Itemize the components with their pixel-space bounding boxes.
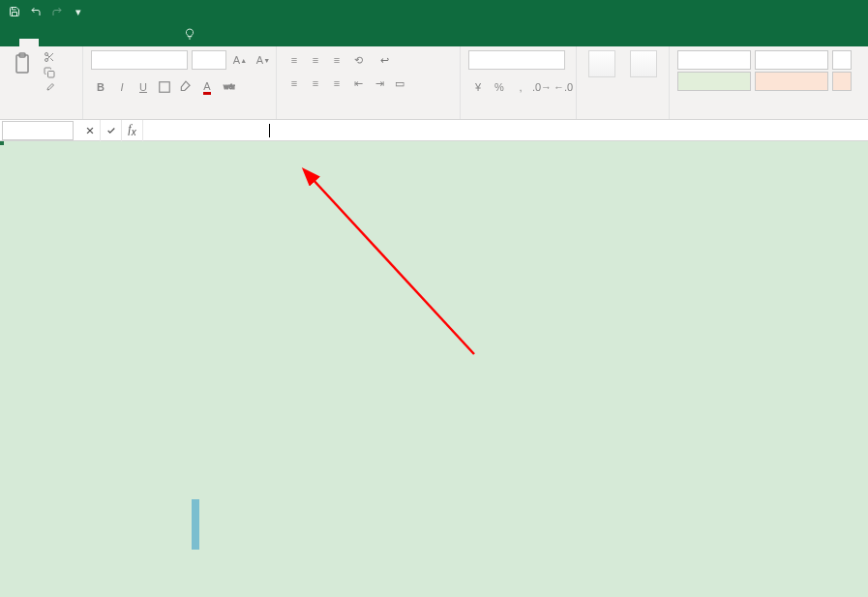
scissors-icon	[43, 50, 56, 64]
decrease-decimal-icon[interactable]: ←.0	[554, 77, 573, 97]
worksheet-grid[interactable]	[0, 141, 868, 597]
tab-insert[interactable]	[39, 39, 58, 46]
style-calc[interactable]	[755, 72, 828, 91]
svg-line-12	[312, 178, 474, 354]
tab-file[interactable]	[0, 39, 19, 46]
style-neutral[interactable]	[677, 72, 751, 91]
title-bar: ▾	[0, 0, 868, 23]
cond-format-icon	[588, 50, 615, 77]
style-bad[interactable]	[755, 50, 828, 70]
phonetic-button[interactable]: wén	[219, 77, 238, 97]
save-icon[interactable]	[6, 3, 23, 20]
tab-data[interactable]	[97, 39, 116, 46]
enter-formula-button[interactable]	[101, 120, 122, 141]
group-number-label	[468, 115, 568, 117]
svg-line-6	[47, 55, 49, 57]
align-right-icon[interactable]: ≡	[327, 74, 346, 93]
style-good[interactable]	[832, 50, 852, 70]
comma-icon[interactable]: ,	[511, 77, 530, 97]
style-normal[interactable]	[677, 50, 751, 70]
increase-decimal-icon[interactable]: .0→	[532, 77, 552, 97]
svg-rect-8	[160, 82, 170, 93]
brush-icon	[43, 81, 56, 95]
lightbulb-icon	[184, 28, 195, 43]
conditional-formatting-button[interactable]	[584, 50, 620, 79]
decrease-font-icon[interactable]: A▼	[254, 50, 273, 70]
tab-view[interactable]	[135, 39, 155, 46]
group-font-label	[91, 115, 268, 117]
tab-formulas[interactable]	[77, 39, 97, 46]
quick-access-toolbar: ▾	[0, 3, 87, 20]
underline-button[interactable]: U	[134, 77, 153, 97]
copy-button[interactable]	[43, 66, 59, 79]
group-alignment: ≡ ≡ ≡ ⟲ ↩ ≡ ≡ ≡ ⇤ ⇥ ▭	[277, 46, 461, 119]
indent-inc-icon[interactable]: ⇥	[370, 74, 389, 93]
undo-icon[interactable]	[27, 3, 45, 20]
active-cell-outline	[0, 141, 4, 145]
tell-me[interactable]	[174, 24, 209, 46]
number-format-select[interactable]	[468, 50, 565, 70]
redo-icon[interactable]	[48, 3, 66, 20]
svg-point-3	[45, 59, 48, 62]
indent-dec-icon[interactable]: ⇤	[348, 74, 368, 93]
fx-button[interactable]: fx	[122, 120, 143, 141]
bold-button[interactable]: B	[91, 77, 110, 97]
group-font: A▲ A▼ B I U A wén	[83, 46, 277, 119]
formula-input[interactable]	[143, 121, 296, 140]
currency-icon[interactable]: ¥	[468, 77, 488, 97]
formula-bar: fx	[0, 120, 868, 141]
group-styles-format	[577, 46, 670, 119]
annotation-bar	[192, 499, 199, 550]
ribbon-tabs	[0, 23, 868, 46]
font-size-input[interactable]	[192, 50, 226, 70]
increase-font-icon[interactable]: A▲	[230, 50, 250, 70]
percent-icon[interactable]: %	[490, 77, 509, 97]
tab-pagelayout[interactable]	[58, 39, 77, 46]
merge-icon: ▭	[393, 76, 406, 90]
paste-button[interactable]	[8, 50, 37, 81]
font-name-input[interactable]	[91, 50, 188, 70]
italic-button[interactable]: I	[112, 77, 132, 97]
merge-center-button[interactable]: ▭	[393, 76, 409, 90]
formula-caret	[269, 124, 270, 137]
annotation-formula-text	[192, 499, 209, 550]
group-styles-label	[677, 115, 860, 117]
tab-review[interactable]	[116, 39, 135, 46]
tab-home[interactable]	[19, 39, 39, 46]
orientation-icon[interactable]: ⟲	[348, 50, 368, 70]
cut-button[interactable]	[43, 50, 59, 64]
annotation-arrow	[0, 141, 868, 597]
svg-rect-7	[48, 72, 55, 78]
table-format-button[interactable]	[626, 50, 662, 79]
wrap-icon: ↩	[377, 53, 391, 67]
paste-icon	[11, 50, 34, 79]
style-more[interactable]	[832, 72, 852, 91]
fill-color-button[interactable]	[176, 77, 195, 97]
copy-icon	[43, 66, 56, 79]
svg-line-5	[50, 58, 53, 61]
align-left-icon[interactable]: ≡	[284, 74, 304, 93]
svg-point-2	[45, 53, 48, 56]
font-color-button[interactable]: A	[197, 77, 217, 97]
qat-dropdown-icon[interactable]: ▾	[70, 3, 87, 20]
group-clipboard-label	[8, 115, 75, 117]
group-cell-styles	[670, 46, 868, 119]
group-clipboard	[0, 46, 83, 119]
border-button[interactable]	[155, 77, 174, 97]
wrap-text-button[interactable]: ↩	[377, 53, 394, 67]
svg-text:wén: wén	[223, 83, 235, 90]
format-painter-button[interactable]	[43, 81, 59, 95]
ribbon: A▲ A▼ B I U A wén	[0, 46, 868, 120]
align-top-icon[interactable]: ≡	[284, 50, 304, 70]
name-box[interactable]	[2, 121, 74, 140]
align-bottom-icon[interactable]: ≡	[327, 50, 346, 70]
align-center-icon[interactable]: ≡	[306, 74, 325, 93]
align-middle-icon[interactable]: ≡	[306, 50, 325, 70]
group-align-label	[284, 115, 452, 117]
cancel-formula-button[interactable]	[79, 120, 101, 141]
group-number: ¥ % , .0→ ←.0	[461, 46, 577, 119]
tab-help[interactable]	[155, 39, 174, 46]
table-format-icon	[630, 50, 657, 77]
